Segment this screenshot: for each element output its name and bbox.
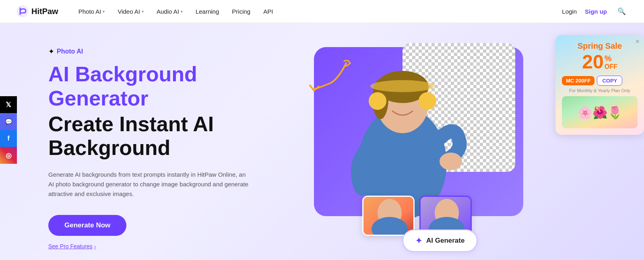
popup-close-button[interactable]: ✕	[635, 38, 640, 45]
arrow-right-icon: ›	[94, 243, 96, 250]
popup-flower-image: 🌸🌺🌷	[562, 96, 638, 128]
discount-number: 20	[582, 52, 603, 72]
hero-title-dark: Create Instant AI Background	[48, 112, 274, 161]
hero-description: Generate AI backgrounds from text prompt…	[48, 170, 250, 199]
discord-icon: 💬	[5, 118, 12, 125]
ai-generate-button[interactable]: ✦ AI Generate	[402, 229, 477, 252]
logo-icon	[16, 5, 29, 18]
chevron-down-icon: ▾	[103, 9, 105, 14]
popup-title: Spring Sale	[562, 41, 638, 51]
social-x-button[interactable]: 𝕏	[0, 96, 17, 113]
chevron-down-icon: ▾	[142, 9, 144, 14]
badge-sparkle-icon: ✦	[48, 47, 54, 56]
login-button[interactable]: Login	[562, 8, 577, 15]
off-label: OFF	[605, 63, 617, 70]
pro-features-link[interactable]: See Pro Features ›	[48, 243, 274, 250]
svg-point-0	[17, 5, 29, 17]
nav-audio-ai[interactable]: Audio AI ▾	[151, 6, 188, 17]
sparkle-icon: ✦	[415, 236, 422, 246]
social-discord-button[interactable]: 💬	[0, 113, 17, 130]
search-icon: 🔍	[617, 7, 626, 16]
x-icon: 𝕏	[6, 101, 11, 109]
nav-right: Login Sign up 🔍	[562, 5, 628, 18]
pro-features-text: See Pro Features	[48, 243, 93, 250]
nav-api[interactable]: API	[258, 6, 279, 17]
nav-video-ai[interactable]: Video AI ▾	[112, 6, 149, 17]
percent-sign: %	[605, 54, 612, 63]
copy-promo-button[interactable]: COPY	[597, 76, 622, 86]
nav-learning[interactable]: Learning	[190, 6, 225, 17]
social-facebook-button[interactable]: f	[0, 130, 17, 147]
spring-sale-popup: ✕ Spring Sale 20 % OFF MC 200FF COPY For…	[555, 35, 644, 135]
nav-photo-ai[interactable]: Photo AI ▾	[73, 6, 111, 17]
hero-title-purple: AI Background Generator	[48, 62, 274, 111]
facebook-icon: f	[7, 134, 10, 142]
chevron-down-icon: ▾	[181, 9, 183, 14]
popup-subtext: For Monthly & Yearly Plan Only	[562, 88, 638, 93]
promo-row: MC 200FF COPY	[562, 76, 638, 86]
nav-links: Photo AI ▾ Video AI ▾ Audio AI ▾ Learnin…	[73, 6, 562, 17]
instagram-icon: ◎	[6, 151, 12, 160]
ai-generate-label: AI Generate	[426, 237, 464, 245]
svg-point-5	[370, 80, 435, 92]
hero-left: ✦ Photo AI AI Background Generator Creat…	[0, 23, 274, 260]
search-button[interactable]: 🔍	[615, 5, 628, 18]
navbar: HitPaw Photo AI ▾ Video AI ▾ Audio AI ▾ …	[0, 0, 644, 23]
social-instagram-button[interactable]: ◎	[0, 147, 17, 164]
social-sidebar: 𝕏 💬 f ◎	[0, 96, 17, 164]
badge-text: Photo AI	[57, 48, 83, 55]
svg-point-8	[440, 153, 462, 170]
hero-section: ✦ Photo AI AI Background Generator Creat…	[0, 23, 644, 260]
promo-code-badge: MC 200FF	[562, 76, 594, 85]
popup-discount: 20 % OFF	[562, 52, 638, 72]
thumbnail-1[interactable]	[362, 196, 415, 236]
svg-point-7	[419, 92, 436, 110]
svg-point-6	[369, 92, 386, 110]
hero-right: ✦ AI Generate ✕ Spring Sale 20 % OFF MC …	[274, 23, 644, 260]
signup-button[interactable]: Sign up	[585, 8, 607, 15]
nav-pricing[interactable]: Pricing	[226, 6, 256, 17]
logo[interactable]: HitPaw	[16, 5, 58, 18]
photo-ai-badge: ✦ Photo AI	[48, 47, 274, 56]
generate-now-button[interactable]: Generate Now	[48, 215, 126, 236]
logo-text: HitPaw	[31, 7, 58, 16]
